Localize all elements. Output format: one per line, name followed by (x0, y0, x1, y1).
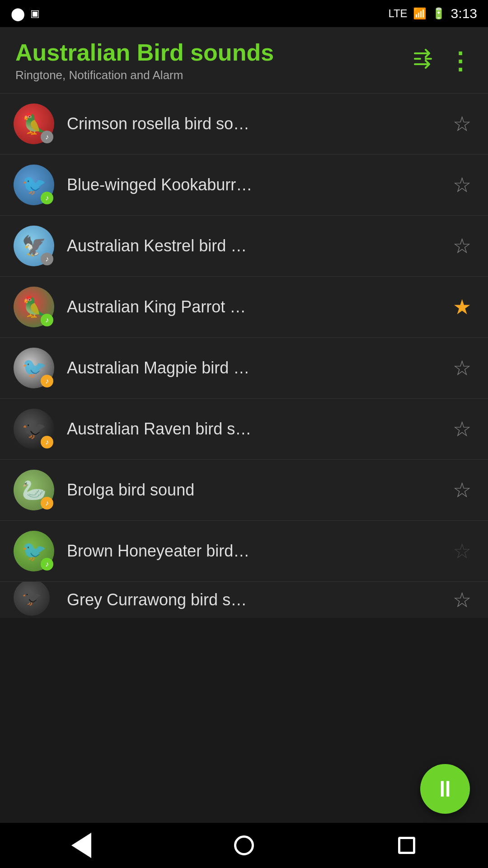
favorite-button[interactable]: ☆ (449, 355, 474, 381)
music-badge: ♪ (41, 131, 53, 143)
favorite-button[interactable]: ☆ (449, 587, 474, 613)
music-badge: ♪ (41, 375, 53, 387)
bird-avatar-wrap: 🦜 ♪ (14, 287, 54, 327)
favorite-button[interactable]: ☆ (449, 416, 474, 442)
music-badge: ♪ (41, 558, 53, 571)
recents-button[interactable] (391, 830, 422, 861)
shuffle-button[interactable] (412, 49, 436, 73)
header-text: Australian Bird sounds Ringtone, Notific… (15, 40, 412, 82)
bird-name: Crimson rosella bird so… (67, 114, 449, 133)
music-badge: ♪ (41, 314, 53, 326)
bird-avatar-wrap: 🦢 ♪ (14, 470, 54, 510)
bottom-navigation (0, 823, 488, 868)
bird-name: Brolga bird sound (67, 481, 449, 500)
app-title: Australian Bird sounds (15, 40, 412, 66)
more-options-button[interactable]: ⋮ (448, 49, 473, 73)
home-icon (234, 835, 254, 855)
back-button[interactable] (66, 830, 97, 861)
bird-name: Grey Currawong bird s… (67, 590, 449, 609)
favorite-button[interactable]: ☆ (449, 538, 474, 564)
status-right: LTE 📶 🔋 3:13 (388, 6, 477, 21)
bird-avatar-wrap: 🐦‍⬛ ♪ (14, 409, 54, 449)
status-time: 3:13 (451, 6, 477, 21)
bird-avatar-wrap: 🐦 ♪ (14, 348, 54, 388)
music-badge: ♪ (41, 192, 53, 204)
list-item[interactable]: 🐦 ♪ Australian Magpie bird … ☆ (0, 338, 488, 399)
status-left: ⬤ ▣ (11, 6, 40, 21)
list-item[interactable]: 🐦 ♪ Blue-winged Kookaburr… ☆ (0, 155, 488, 216)
favorite-button[interactable]: ★ (449, 294, 474, 320)
list-item[interactable]: 🦢 ♪ Brolga bird sound ☆ (0, 460, 488, 521)
sim-icon: ▣ (30, 8, 40, 19)
home-button[interactable] (228, 830, 260, 861)
favorite-button[interactable]: ☆ (449, 233, 474, 259)
back-icon (71, 833, 91, 858)
bird-name: Australian Magpie bird … (67, 359, 449, 377)
bird-name: Brown Honeyeater bird… (67, 542, 449, 561)
favorite-button[interactable]: ☆ (449, 172, 474, 198)
record-icon: ⬤ (11, 6, 25, 21)
bird-name: Australian King Parrot … (67, 297, 449, 316)
bird-name: Australian Raven bird s… (67, 420, 449, 439)
favorite-button[interactable]: ☆ (449, 111, 474, 137)
lte-icon: LTE (388, 7, 407, 20)
bird-name: Blue-winged Kookaburr… (67, 175, 449, 194)
bird-name: Australian Kestrel bird … (67, 236, 449, 255)
music-badge: ♪ (41, 497, 53, 509)
bird-avatar: 🐦‍⬛ (14, 582, 50, 616)
bird-avatar-wrap: 🐦 ♪ (14, 531, 54, 571)
list-item[interactable]: 🐦‍⬛ Grey Currawong bird s… ☆ (0, 582, 488, 618)
list-item[interactable]: 🐦‍⬛ ♪ Australian Raven bird s… ☆ (0, 399, 488, 460)
battery-icon: 🔋 (432, 7, 446, 20)
pause-fab-button[interactable]: ⏸ (420, 764, 470, 814)
list-item[interactable]: 🦜 ♪ Crimson rosella bird so… ☆ (0, 94, 488, 155)
app-subtitle: Ringtone, Notification and Alarm (15, 68, 412, 82)
bird-list: 🦜 ♪ Crimson rosella bird so… ☆ 🐦 ♪ Blue-… (0, 94, 488, 618)
favorite-button[interactable]: ☆ (449, 477, 474, 503)
music-badge: ♪ (41, 253, 53, 265)
recents-icon (398, 837, 415, 854)
app-header: Australian Bird sounds Ringtone, Notific… (0, 27, 488, 94)
status-bar: ⬤ ▣ LTE 📶 🔋 3:13 (0, 0, 488, 27)
bird-image: 🐦‍⬛ (22, 588, 42, 607)
list-item[interactable]: 🐦 ♪ Brown Honeyeater bird… ☆ (0, 521, 488, 582)
pause-icon: ⏸ (434, 776, 456, 802)
signal-icon: 📶 (413, 7, 427, 20)
bird-avatar-wrap: 🦅 ♪ (14, 226, 54, 266)
header-actions: ⋮ (412, 49, 473, 73)
list-item[interactable]: 🦅 ♪ Australian Kestrel bird … ☆ (0, 216, 488, 277)
music-badge: ♪ (41, 436, 53, 448)
bird-avatar-wrap: 🐦 ♪ (14, 165, 54, 205)
bird-avatar-wrap: 🐦‍⬛ (14, 582, 54, 618)
bird-avatar-wrap: 🦜 ♪ (14, 104, 54, 144)
list-item[interactable]: 🦜 ♪ Australian King Parrot … ★ (0, 277, 488, 338)
